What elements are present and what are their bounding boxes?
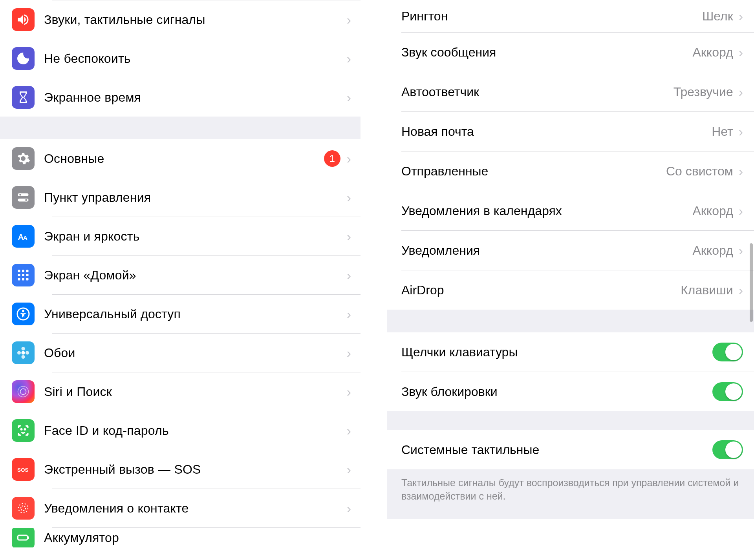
svg-point-2 xyxy=(19,193,22,196)
switches-icon xyxy=(12,186,35,209)
sidebar-item-dnd[interactable]: Не беспокоить › xyxy=(0,39,361,78)
detail-row-calendar-alerts[interactable]: Уведомления в календарях Аккорд › xyxy=(387,191,754,230)
detail-row-text-tone[interactable]: Звук сообщения Аккорд › xyxy=(387,33,754,72)
row-value: Клавиши xyxy=(681,283,733,297)
row-value: Нет xyxy=(712,124,733,139)
toggle-row-keyboard-clicks: Щелчки клавиатуры xyxy=(387,332,754,372)
chevron-right-icon: › xyxy=(347,268,351,283)
svg-rect-11 xyxy=(26,274,29,276)
toggle-row-system-haptics: Системные тактильные xyxy=(387,430,754,469)
chevron-right-icon: › xyxy=(739,9,743,24)
row-label: Щелчки клавиатуры xyxy=(401,345,712,359)
svg-point-16 xyxy=(22,310,24,312)
row-value: Аккорд xyxy=(692,243,733,258)
row-value: Трезвучие xyxy=(673,85,733,99)
toggle-switch[interactable] xyxy=(712,440,743,459)
sidebar-item-battery[interactable]: Аккумулятор xyxy=(0,528,361,547)
svg-point-19 xyxy=(22,355,25,359)
toggle-switch[interactable] xyxy=(712,343,743,361)
sidebar-item-label: Обои xyxy=(44,346,347,360)
scrollbar[interactable] xyxy=(750,243,753,322)
detail-row-reminder-alerts[interactable]: Уведомления Аккорд › xyxy=(387,231,754,270)
sidebar-item-accessibility[interactable]: Универсальный доступ › xyxy=(0,295,361,333)
pane-gap xyxy=(361,0,387,560)
chevron-right-icon: › xyxy=(739,84,743,100)
sidebar-item-exposure[interactable]: Уведомления о контакте › xyxy=(0,489,361,527)
settings-sidebar: Звуки, тактильные сигналы › Не беспокоит… xyxy=(0,0,361,560)
svg-point-23 xyxy=(20,389,26,395)
row-label: Автоответчик xyxy=(401,85,673,99)
speaker-icon xyxy=(12,8,35,31)
detail-row-sent-mail[interactable]: Отправленные Со свистом › xyxy=(387,151,754,191)
svg-rect-12 xyxy=(18,278,20,281)
sidebar-item-label: Звуки, тактильные сигналы xyxy=(44,13,347,27)
sidebar-item-label: Экранное время xyxy=(44,90,347,105)
row-label: Отправленные xyxy=(401,164,666,179)
svg-rect-10 xyxy=(22,274,24,276)
sidebar-item-screentime[interactable]: Экранное время › xyxy=(0,78,361,117)
svg-point-28 xyxy=(18,503,28,513)
row-label: Системные тактильные xyxy=(401,443,712,457)
sidebar-item-label: Siri и Поиск xyxy=(44,385,347,399)
hourglass-icon xyxy=(12,86,35,109)
faceid-icon xyxy=(12,419,35,442)
toggle-switch[interactable] xyxy=(712,382,743,401)
row-label: AirDrop xyxy=(401,283,681,297)
detail-row-airdrop[interactable]: AirDrop Клавиши › xyxy=(387,270,754,310)
sidebar-item-general[interactable]: Основные 1 › xyxy=(0,139,361,178)
chevron-right-icon: › xyxy=(739,124,743,139)
svg-text:A: A xyxy=(23,234,27,241)
group-separator xyxy=(387,411,754,430)
chevron-right-icon: › xyxy=(347,423,351,438)
sidebar-item-home-screen[interactable]: Экран «Домой» › xyxy=(0,256,361,294)
chevron-right-icon: › xyxy=(739,45,743,60)
sidebar-item-label: Face ID и код-пароль xyxy=(44,423,347,438)
detail-pane: Рингтон Шелк › Звук сообщения Аккорд › А… xyxy=(387,0,754,560)
sidebar-item-label: Аккумулятор xyxy=(44,531,351,545)
svg-text:SOS: SOS xyxy=(17,467,29,473)
accessibility-icon xyxy=(12,303,35,325)
sidebar-item-wallpaper[interactable]: Обои › xyxy=(0,334,361,372)
row-label: Уведомления в календарях xyxy=(401,204,692,218)
chevron-right-icon: › xyxy=(739,164,743,179)
row-value: Аккорд xyxy=(692,204,733,218)
grid-icon xyxy=(12,264,35,286)
detail-row-ringtone[interactable]: Рингтон Шелк › xyxy=(387,0,754,32)
sidebar-item-faceid[interactable]: Face ID и код-пароль › xyxy=(0,411,361,450)
moon-icon xyxy=(12,47,35,70)
sidebar-item-sounds[interactable]: Звуки, тактильные сигналы › xyxy=(0,0,361,39)
svg-rect-29 xyxy=(18,535,27,540)
sidebar-item-sos[interactable]: SOS Экстренный вызов — SOS › xyxy=(0,450,361,489)
sidebar-item-control-center[interactable]: Пункт управления › xyxy=(0,178,361,217)
svg-point-21 xyxy=(26,351,29,355)
siri-icon xyxy=(12,380,35,403)
svg-rect-30 xyxy=(28,536,29,539)
svg-point-18 xyxy=(22,347,25,350)
svg-rect-13 xyxy=(22,278,24,281)
chevron-right-icon: › xyxy=(347,384,351,399)
detail-row-voicemail[interactable]: Автоответчик Трезвучие › xyxy=(387,72,754,111)
chevron-right-icon: › xyxy=(347,90,351,105)
text-size-icon: AA xyxy=(12,225,35,248)
chevron-right-icon: › xyxy=(739,283,743,298)
chevron-right-icon: › xyxy=(347,345,351,361)
sidebar-item-label: Основные xyxy=(44,151,324,166)
sidebar-item-display[interactable]: AA Экран и яркость › xyxy=(0,217,361,255)
svg-rect-9 xyxy=(18,274,20,276)
toggle-row-lock-sound: Звук блокировки xyxy=(387,372,754,411)
battery-icon xyxy=(12,528,35,547)
row-label: Звук блокировки xyxy=(401,385,712,399)
row-label: Рингтон xyxy=(401,9,702,24)
svg-point-27 xyxy=(21,506,26,511)
group-separator xyxy=(0,117,361,139)
sidebar-item-siri[interactable]: Siri и Поиск › xyxy=(0,372,361,411)
svg-rect-7 xyxy=(22,270,24,272)
sidebar-item-label: Пункт управления xyxy=(44,190,347,205)
chevron-right-icon: › xyxy=(347,501,351,516)
row-label: Уведомления xyxy=(401,243,692,258)
sidebar-item-label: Уведомления о контакте xyxy=(44,501,347,516)
svg-point-20 xyxy=(17,351,21,355)
chevron-right-icon: › xyxy=(347,151,351,166)
sidebar-item-label: Не беспокоить xyxy=(44,51,347,66)
detail-row-new-mail[interactable]: Новая почта Нет › xyxy=(387,112,754,151)
